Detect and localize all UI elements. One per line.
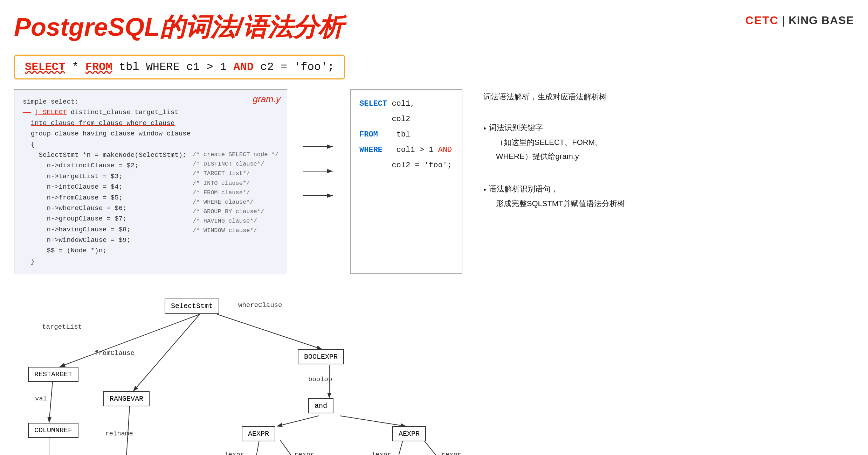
grammar-line-4: group_clause having_clause window_clause: [23, 128, 278, 139]
node-where: WHERE: [359, 146, 383, 154]
bullet-1: • 词法识别关键字 （如这里的SELECT、FORM、WHERE）提供给gram…: [483, 120, 854, 163]
grammar-code-block: SelectStmt *n = makeNode(SelectStmt); n-…: [23, 150, 278, 256]
svg-line-5: [60, 314, 200, 367]
sql-select-keyword: SELECT: [25, 61, 65, 74]
gram-c4: /* FROM clause*/: [193, 188, 278, 197]
sql-example-box: SELECT * FROM tbl WHERE c1 > 1 AND c2 = …: [14, 55, 345, 79]
bullet-2: • 语法解析识别语句， 形成完整SQLSTMT并赋值语法分析树: [483, 181, 854, 211]
bullet-1-sub: （如这里的SELECT、FORM、WHERE）提供给gram.y: [496, 135, 602, 163]
sql-and-keyword: AND: [233, 61, 254, 74]
tree-label-fromclause: fromClause: [95, 349, 135, 357]
logo-divider: |: [782, 14, 785, 27]
grammar-line-3: into_clause from_clause where_clause: [23, 118, 278, 128]
gram-c6: /* GROUP BY clause*/: [193, 207, 278, 216]
grammar-line-1: simple_select:: [23, 97, 278, 107]
bullet-2-sub: 形成完整SQLSTMT并赋值语法分析树: [496, 197, 625, 211]
tree-label-rexpr-right: rexpr: [441, 451, 461, 455]
node-line-1: SELECT col1,: [359, 96, 453, 112]
tree-node-and: and: [308, 398, 333, 413]
gram-c2: /* TARGET list*/: [193, 169, 278, 178]
tree-label-val-restarget: val: [35, 395, 47, 402]
sql-star: *: [72, 61, 85, 74]
gram-l5: n->fromClause = $5;: [23, 192, 186, 203]
svg-line-7: [217, 314, 322, 349]
node-and: AND: [438, 146, 452, 154]
bullet-1-main: 词法识别关键字: [489, 123, 543, 132]
node-cond2: col2 = 'foo';: [359, 161, 452, 170]
tree-node-restarget: RESTARGET: [28, 367, 78, 382]
sql-where-keyword: WHERE: [146, 61, 180, 74]
node-line-4: WHERE col1 > 1 AND: [359, 142, 453, 158]
tree-label-boolop: boolop: [308, 376, 332, 383]
tree-node-selectstmt: SelectStmt: [165, 299, 219, 314]
node-line-2: col2: [359, 112, 453, 127]
gram-c1: /* DISTINCT clause*/: [193, 159, 278, 169]
gram-l1: SelectStmt *n = makeNode(SelectStmt);: [23, 150, 186, 160]
arrow-svg: [301, 112, 336, 252]
svg-line-8: [49, 382, 53, 423]
header: PostgreSQL的词法/语法分析 CETC | KING BASE: [14, 10, 854, 44]
logo-kingbase: KING BASE: [788, 14, 854, 27]
sql-from-keyword: FROM: [85, 61, 112, 74]
tree-node-aexpr-left: AEXPR: [242, 426, 275, 441]
grammar-code-left: SelectStmt *n = makeNode(SelectStmt); n-…: [23, 150, 186, 256]
gram-c3: /* INTO clause*/: [193, 178, 278, 188]
tree-label-lexpr-right: lexpr: [371, 451, 391, 455]
bullet-1-content: 词法识别关键字 （如这里的SELECT、FORM、WHERE）提供给gram.y: [489, 120, 602, 163]
tree-label-whereclause: whereClause: [238, 301, 282, 309]
gram-l3: n->targetList = $3;: [23, 171, 186, 182]
node-tbl: tbl: [383, 130, 410, 139]
right-panel: 词法语法解析，生成对应语法解析树 • 词法识别关键字 （如这里的SELECT、F…: [476, 89, 854, 274]
tree-section: SelectStmt targetList fromClause whereCl…: [14, 288, 854, 455]
sql-node-box: SELECT col1, col2 FROM tbl WHERE col1 > …: [350, 89, 462, 274]
bullet-dot-2: •: [483, 182, 486, 197]
right-intro: 词法语法解析，生成对应语法解析树: [483, 89, 854, 105]
node-select: SELECT: [359, 99, 387, 108]
grammar-line-5: {: [23, 139, 278, 150]
gram-c7: /* HAVING clause*/: [193, 216, 278, 226]
svg-line-16: [392, 440, 403, 455]
bullet-2-main: 语法解析识别语句，: [489, 184, 558, 193]
tree-label-relname: relname: [105, 430, 133, 438]
gram-l9: n->windowClause = $9;: [23, 235, 186, 245]
grammar-box: gram.y simple_select: —— | SELECT distin…: [14, 89, 287, 274]
tree-label-rexpr-left: rexpr: [294, 451, 314, 455]
svg-line-12: [277, 416, 319, 426]
grammar-code-comments: /* create SELECT node */ /* DISTINCT cla…: [193, 150, 278, 256]
bullet-dot-1: •: [483, 121, 486, 136]
tree-node-aexpr-right: AEXPR: [392, 426, 426, 441]
node-line-3: FROM tbl: [359, 127, 453, 142]
svg-line-13: [340, 416, 406, 426]
grammar-label: gram.y: [253, 94, 281, 105]
gram-l6: n->whereClause = $6;: [23, 203, 186, 214]
svg-line-14: [252, 440, 259, 455]
gram-l8: n->havingClause = $8;: [23, 224, 186, 235]
grammar-line-close: }: [23, 256, 278, 267]
logo-area: CETC | KING BASE: [745, 14, 854, 27]
main-content: gram.y simple_select: —— | SELECT distin…: [14, 89, 854, 274]
gram-l2: n->distinctClause = $2;: [23, 160, 186, 171]
sql-code: SELECT * FROM tbl WHERE c1 > 1 AND c2 = …: [25, 61, 334, 74]
logo-cetc: CETC: [745, 14, 779, 27]
tree-node-rangevar: RANGEVAR: [103, 391, 150, 406]
tree-label-lexpr-left: lexpr: [224, 451, 244, 455]
node-col2: col2: [359, 115, 410, 124]
node-col1: col1,: [392, 99, 415, 108]
node-from: FROM: [359, 130, 378, 139]
grammar-line-2: —— | SELECT distinct_clause target_list: [23, 107, 278, 118]
tree-label-targetlist: targetList: [42, 323, 82, 331]
gram-c5: /* WHERE clause*/: [193, 197, 278, 207]
gram-l10: $$ = (Node *)n;: [23, 245, 186, 256]
node-cond1: col1 > 1: [387, 146, 438, 154]
sql-condition2: c2 = 'foo';: [260, 61, 334, 74]
gram-c0: /* create SELECT node */: [193, 150, 278, 159]
tree-svg: [14, 288, 854, 455]
grammar-content: simple_select: —— | SELECT distinct_clau…: [23, 97, 278, 267]
sql-condition1: c1 > 1: [186, 61, 233, 74]
tree-node-boolexpr: BOOLEXPR: [298, 349, 344, 364]
sql-table: tbl: [119, 61, 146, 74]
tree-node-columnref-top: COLUMNREF: [28, 423, 78, 438]
gram-l4: n->intoClause = $4;: [23, 182, 186, 192]
gram-l7: n->groupClause = $7;: [23, 214, 186, 224]
node-line-5: col2 = 'foo';: [359, 158, 453, 173]
